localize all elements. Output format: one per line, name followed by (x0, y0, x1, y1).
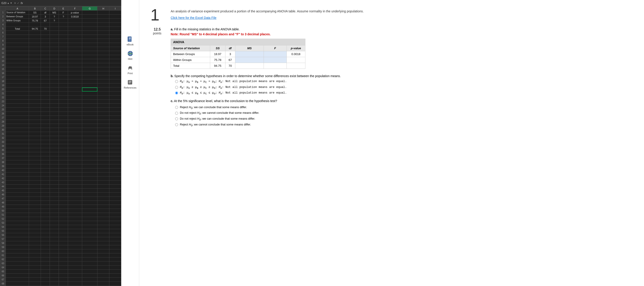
anova-ss-between: 18.97 (210, 51, 225, 57)
formula-bar: G20 ▲ ▼ ✕ ✓ fx (0, 0, 121, 6)
grid-row-13: 13 (0, 59, 121, 63)
anova-header-ms: MS (235, 45, 264, 51)
content-area: 1 An analysis of variance experiment pro… (139, 0, 644, 286)
grid-row-65: 65 (0, 269, 121, 274)
radio-c3[interactable] (175, 117, 178, 120)
grid-row-9: 9 (0, 43, 121, 47)
col-header-h[interactable]: H (98, 7, 109, 11)
question-text: An analysis of variance experiment produ… (171, 7, 364, 14)
points-section: 12.5 points a. Fill in the missing stati… (150, 28, 633, 128)
grid-row-38: 38 (0, 160, 121, 164)
anova-pvalue-within (286, 57, 306, 63)
grid-row-57: 57 (0, 237, 121, 241)
ms-within-field[interactable] (240, 58, 258, 62)
ms-between-field[interactable] (240, 52, 258, 56)
anova-ms-between-input[interactable] (235, 51, 264, 57)
radio-b3[interactable] (175, 91, 178, 94)
col-header-b[interactable]: B (29, 7, 41, 11)
spreadsheet-panel: G20 ▲ ▼ ✕ ✓ fx A B C D E F G H (0, 0, 121, 286)
radio-option-c3: Do not reject H0; we can conclude that s… (175, 117, 633, 121)
col-header-g[interactable]: G (82, 7, 98, 11)
grid-row-2: 2 Between Groups 18.97 3 ? ? 0.0018 (0, 15, 121, 19)
radio-c4[interactable] (175, 123, 178, 126)
excel-link[interactable]: Click here for the Excel Data File (171, 16, 216, 20)
question-header: 1 An analysis of variance experiment pro… (150, 7, 633, 23)
grid-row-34: 34 (0, 144, 121, 148)
print-label: Print (128, 72, 133, 75)
grid-row-47: 47 (0, 197, 121, 201)
book-icon (127, 36, 133, 42)
references-icon (127, 79, 133, 85)
right-panel: eBook Hint (121, 0, 644, 286)
col-header-c[interactable]: C (41, 7, 50, 11)
anova-ms-total (235, 63, 264, 69)
anova-f-between-input[interactable] (264, 51, 286, 57)
grid-row-36: 36 (0, 152, 121, 156)
part-c-label: c. (171, 99, 173, 103)
col-header-d[interactable]: D (50, 7, 59, 11)
anova-ss-total: 94.75 (210, 63, 225, 69)
print-icon (127, 65, 134, 71)
grid-row-19: 19 (0, 83, 121, 87)
grid-row-45: 45 (0, 189, 121, 193)
grid-row-58: 58 (0, 241, 121, 245)
grid-row-7: 7 (0, 35, 121, 39)
anova-f-within-input[interactable] (264, 57, 286, 63)
anova-header-source: Source of Variation (171, 45, 210, 51)
grid-row-18: 18 (0, 79, 121, 83)
grid-row-16: 16 (0, 71, 121, 75)
radio-b2[interactable] (175, 86, 178, 89)
grid-row-12: 12 (0, 55, 121, 59)
anova-title: ANOVA (171, 39, 306, 45)
f-between-field[interactable] (268, 52, 282, 56)
anova-source-within: Within Groups (171, 57, 210, 63)
sidebar-item-ebook[interactable]: eBook (127, 36, 134, 46)
sidebar-item-hint[interactable]: Hint (127, 50, 134, 60)
anova-pvalue-total (286, 63, 306, 69)
part-b-text: Specify the competing hypotheses in orde… (174, 74, 341, 78)
spreadsheet-grid[interactable]: A B C D E F G H I 1 Source of Variation … (0, 6, 121, 286)
anova-df-within: 67 (225, 57, 235, 63)
col-header-f[interactable]: F (68, 7, 82, 11)
grid-row-20: 20 (0, 87, 121, 91)
anova-row-total: Total 94.75 70 (171, 63, 306, 69)
part-c-text: At the 5% significance level, what is th… (174, 99, 277, 103)
grid-row-21: 21 (0, 91, 121, 96)
grid-row-3: 3 Within Groups 75.78 67 ? (0, 19, 121, 23)
col-header-i[interactable]: I (109, 7, 121, 11)
anova-header-df: df (225, 45, 235, 51)
formula-bar-controls: ✕ ✓ (14, 2, 19, 5)
grid-row-55: 55 (0, 229, 121, 233)
radio-option-c1: Reject H0; we can conclude that some mea… (175, 105, 633, 109)
sidebar-item-references[interactable]: References (124, 79, 136, 89)
part-a-section: a. Fill in the missing statistics in the… (171, 28, 633, 69)
radio-b1[interactable] (175, 80, 178, 83)
f-within-field[interactable] (268, 58, 282, 62)
radio-c4-label: Reject H0; we cannot conclude that some … (180, 123, 251, 127)
sidebar-item-print[interactable]: Print (127, 65, 134, 75)
svg-rect-16 (128, 80, 132, 84)
grid-row-39: 39 (0, 164, 121, 168)
grid-row-51: 51 (0, 213, 121, 217)
col-header-e[interactable]: E (59, 7, 68, 11)
col-header-a[interactable]: A (6, 7, 29, 11)
grid-row-62: 62 (0, 257, 121, 261)
grid-row-8: 8 (0, 39, 121, 43)
radio-c2[interactable] (175, 112, 178, 115)
ebook-label: eBook (127, 43, 134, 46)
grid-row-52: 52 (0, 217, 121, 221)
grid-row-17: 17 (0, 75, 121, 79)
anova-table: ANOVA Source of Variation SS df MS F p-v… (171, 39, 306, 69)
svg-rect-13 (129, 66, 132, 68)
hint-label: Hint (128, 58, 132, 60)
grid-row-26: 26 (0, 112, 121, 116)
radio-c1[interactable] (175, 106, 178, 109)
part-b-section: b. Specify the competing hypotheses in o… (171, 74, 633, 95)
grid-row-41: 41 (0, 173, 121, 177)
grid-row-53: 53 (0, 221, 121, 225)
radio-b3-label: H0: μA ≤ μB ≤ μC ≤ μD; HA: Not all popul… (180, 91, 287, 95)
grid-row-43: 43 (0, 181, 121, 185)
anova-ms-within-input[interactable] (235, 57, 264, 63)
grid-row-40: 40 (0, 168, 121, 173)
grid-row-48: 48 (0, 201, 121, 205)
